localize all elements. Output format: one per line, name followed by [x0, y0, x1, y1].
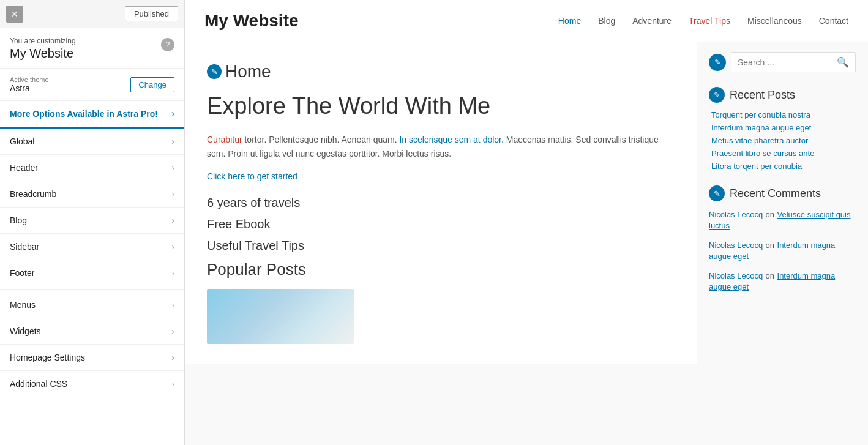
nav-item-widgets[interactable]: Widgets›: [0, 318, 184, 345]
nav-item-label: Widgets: [10, 326, 41, 336]
features-list: 6 years of travelsFree EbookUseful Trave…: [207, 196, 675, 253]
nav-item-global[interactable]: Global›: [0, 129, 184, 155]
nav-item-sidebar[interactable]: Sidebar›: [0, 234, 184, 260]
feature-item: Free Ebook: [207, 217, 675, 231]
nav-item-chevron-icon: ›: [171, 300, 174, 310]
change-theme-button[interactable]: Change: [130, 77, 174, 92]
nav-menu-link[interactable]: Travel Tips: [689, 16, 730, 26]
customizer-panel: ✕ Published You are customizing My Websi…: [0, 0, 185, 445]
on-text: on: [766, 271, 774, 280]
recent-posts-pencil-icon: ✎: [714, 91, 720, 100]
nav-item-label: Additional CSS: [10, 379, 67, 389]
recent-comments-widget: ✎ Recent Comments Nicolas Lecocq on Velu…: [709, 185, 856, 292]
nav-item-chevron-icon: ›: [171, 353, 174, 362]
edit-icon-home[interactable]: ✎: [207, 64, 222, 79]
commenter-name[interactable]: Nicolas Lecocq: [709, 210, 763, 219]
nav-menu-item-travel-tips[interactable]: Travel Tips: [689, 15, 730, 26]
nav-menu-item-adventure[interactable]: Adventure: [632, 15, 672, 26]
recent-post-link[interactable]: Interdum magna augue eget: [709, 123, 856, 132]
commenter-name[interactable]: Nicolas Lecocq: [709, 271, 763, 280]
recent-post-link[interactable]: Litora torqent per conubia: [709, 162, 856, 171]
nav-item-homepage-settings[interactable]: Homepage Settings›: [0, 345, 184, 371]
pencil-icon: ✎: [211, 67, 218, 77]
hero-desc-text: Curabitur: [207, 135, 242, 144]
search-submit-icon[interactable]: 🔍: [837, 56, 849, 68]
nav-item-breadcrumb[interactable]: Breadcrumb›: [0, 181, 184, 208]
recent-posts-heading-row: ✎ Recent Posts: [709, 87, 856, 103]
recent-comments-list: Nicolas Lecocq on Velusce suscipit quis …: [709, 209, 856, 292]
recent-posts-title: Recent Posts: [730, 89, 795, 102]
home-heading-row: ✎ Home: [207, 62, 675, 81]
recent-post-link[interactable]: Torquent per conubia nostra: [709, 110, 856, 119]
nav-menu-item-miscellaneous[interactable]: Miscellaneous: [747, 15, 802, 26]
nav-item-label: Breadcrumb: [10, 189, 56, 199]
panel-top-bar: ✕ Published: [0, 0, 184, 28]
theme-info: Active theme Astra: [10, 76, 49, 93]
post-thumbnail: [207, 289, 354, 344]
comment-item: Nicolas Lecocq on Velusce suscipit quis …: [709, 209, 856, 231]
feature-item: 6 years of travels: [207, 196, 675, 210]
site-title: My Website: [204, 11, 299, 31]
commenter-name[interactable]: Nicolas Lecocq: [709, 241, 763, 250]
nav-menu-link[interactable]: Blog: [598, 16, 615, 26]
main-content: ✎ Home Explore The World With Me Curabit…: [185, 42, 868, 364]
nav-menu-link[interactable]: Adventure: [632, 16, 672, 26]
comment-item: Nicolas Lecocq on Interdum magna augue e…: [709, 239, 856, 261]
search-pencil-icon: ✎: [714, 58, 721, 67]
nav-item-additional-css[interactable]: Additional CSS›: [0, 371, 184, 397]
nav-menu-link[interactable]: Contact: [819, 16, 848, 26]
recent-comments-heading-row: ✎ Recent Comments: [709, 185, 856, 201]
recent-post-link[interactable]: Praesent libro se cursus ante: [709, 149, 856, 158]
website-header: My Website HomeBlogAdventureTravel TipsM…: [185, 0, 868, 42]
published-button[interactable]: Published: [125, 6, 178, 21]
nav-menu-item-contact[interactable]: Contact: [819, 15, 848, 26]
section-divider: [0, 289, 184, 290]
preview-area: My Website HomeBlogAdventureTravel TipsM…: [185, 0, 868, 445]
search-widget: ✎ 🔍: [709, 52, 856, 72]
nav-menu-item-home[interactable]: Home: [558, 15, 581, 26]
nav-menu-item-blog[interactable]: Blog: [598, 15, 615, 26]
nav-item-label: Sidebar: [10, 242, 39, 252]
nav-item-chevron-icon: ›: [171, 326, 174, 336]
search-edit-icon[interactable]: ✎: [709, 54, 726, 71]
search-input[interactable]: [738, 58, 836, 67]
recent-posts-widget: ✎ Recent Posts Torquent per conubia nost…: [709, 87, 856, 171]
nav-item-chevron-icon: ›: [171, 379, 174, 389]
recent-comments-pencil-icon: ✎: [714, 189, 720, 198]
nav-item-chevron-icon: ›: [171, 189, 174, 199]
on-text: on: [766, 241, 774, 250]
nav-menu-link[interactable]: Miscellaneous: [747, 16, 802, 26]
recent-comments-title: Recent Comments: [730, 187, 821, 200]
home-page-title: Home: [225, 62, 271, 81]
help-button[interactable]: ?: [161, 38, 174, 51]
nav-item-blog[interactable]: Blog›: [0, 208, 184, 234]
astra-pro-bar[interactable]: More Options Available in Astra Pro! ›: [0, 101, 184, 129]
nav-item-chevron-icon: ›: [171, 163, 174, 173]
hero-desc: Curabitur tortor. Pellentesque nibh. Aen…: [207, 133, 675, 162]
nav-item-header[interactable]: Header›: [0, 155, 184, 181]
feature-item: Useful Travel Tips: [207, 239, 675, 253]
nav-item-label: Menus: [10, 300, 36, 310]
theme-name: Astra: [10, 83, 49, 93]
nav-menu-link[interactable]: Home: [558, 16, 581, 26]
on-text: on: [766, 210, 774, 219]
nav-item-label: Blog: [10, 215, 27, 225]
astra-pro-chevron-icon: ›: [171, 108, 174, 119]
popular-posts-heading: Popular Posts: [207, 260, 675, 279]
sidebar: ✎ 🔍 ✎ Recent Posts Torquent per conubia …: [697, 42, 868, 364]
nav-item-footer[interactable]: Footer›: [0, 260, 184, 286]
astra-pro-label: More Options Available in Astra Pro!: [10, 109, 158, 119]
recent-post-link[interactable]: Metus vitae pharetra auctor: [709, 136, 856, 145]
nav-item-label: Global: [10, 136, 34, 146]
you-are-customizing-label: You are customizing: [10, 37, 161, 45]
nav-item-chevron-icon: ›: [171, 242, 174, 252]
nav-menu: HomeBlogAdventureTravel TipsMiscellaneou…: [558, 15, 848, 26]
recent-comments-edit-icon[interactable]: ✎: [709, 185, 725, 201]
nav-item-menus[interactable]: Menus›: [0, 292, 184, 318]
search-box: 🔍: [731, 52, 856, 72]
get-started-link[interactable]: Click here to get started: [207, 171, 675, 181]
recent-posts-edit-icon[interactable]: ✎: [709, 87, 725, 103]
nav-items-list: Global›Header›Breadcrumb›Blog›Sidebar›Fo…: [0, 129, 184, 397]
close-button[interactable]: ✕: [6, 6, 23, 23]
site-name-label: My Website: [10, 47, 73, 60]
